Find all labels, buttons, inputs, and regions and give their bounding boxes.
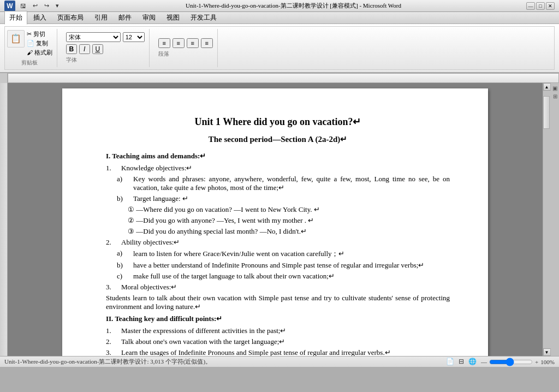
item-3-num: 3. xyxy=(106,283,121,292)
item-1: 1. Knowledge objectives:↵ xyxy=(106,164,450,173)
horizontal-ruler xyxy=(8,73,559,83)
s2-item-1-text: Master the expressions of different acti… xyxy=(121,326,286,335)
tab-pagelayout[interactable]: 页面布局 xyxy=(52,11,88,25)
document-area[interactable]: Unit 1 Where did you go on vacation?↵ Th… xyxy=(8,83,543,356)
item-3-text: Moral objectives:↵ xyxy=(121,283,177,292)
dialog-2: ② —Did you go with anyone? —Yes, I went … xyxy=(128,216,450,225)
align-right-button[interactable]: ≡ xyxy=(187,38,199,48)
item-1-num: 1. xyxy=(106,164,121,173)
word-icon: W xyxy=(4,1,15,11)
tab-mail[interactable]: 邮件 xyxy=(114,11,136,25)
zoom-range-input[interactable] xyxy=(489,358,533,366)
s2-item-3-text: Learn the usages of Indefinite Pronouns … xyxy=(121,348,450,356)
dialog-3-num: ③ xyxy=(128,227,134,235)
item-1b-text: Target language: ↵ xyxy=(133,194,188,203)
quick-dropdown[interactable]: ▾ xyxy=(54,2,61,10)
item-2-num: 2. xyxy=(106,238,121,247)
view-fullscreen-button[interactable]: ⊟ xyxy=(459,358,464,366)
dialog-2-text: —Did you go with anyone? —Yes, I went wi… xyxy=(136,216,314,224)
dialog-3: ③ —Did you do anything special last mont… xyxy=(128,227,450,236)
tab-review[interactable]: 审阅 xyxy=(138,11,160,25)
dialog-1-text: —Where did you go on vacation? —I went t… xyxy=(136,205,320,213)
document-paper: Unit 1 Where did you go on vacation?↵ Th… xyxy=(62,88,488,356)
s2-item-1: 1. Master the expressions of different a… xyxy=(106,326,450,335)
italic-button[interactable]: I xyxy=(79,44,90,54)
dialog-2-num: ② xyxy=(128,216,134,224)
item-1a: a) Key words and phrases: anyone, anywhe… xyxy=(117,175,450,192)
status-text: Unit-1-Where-did-you-go-on-vacation-第二课时… xyxy=(4,358,211,366)
dialog-3-text: —Did you do anything special last month?… xyxy=(136,227,307,235)
cut-button[interactable]: ✂ 剪切 xyxy=(27,30,52,38)
panel-icon-2[interactable]: ⊞ xyxy=(553,93,557,99)
item-2b-label: b) xyxy=(117,261,133,270)
align-center-button[interactable]: ≡ xyxy=(173,38,185,48)
justify-button[interactable]: ≡ xyxy=(201,38,213,48)
close-button[interactable]: ✕ xyxy=(546,2,555,10)
item-1a-label: a) xyxy=(117,175,133,192)
item-1a-text: Key words and phrases: anyone, anywhere,… xyxy=(133,175,450,192)
s2-item-2-num: 2. xyxy=(106,337,121,346)
tab-start[interactable]: 开始 xyxy=(4,11,27,25)
font-family-select[interactable]: 宋体 Times New Roman xyxy=(66,32,121,42)
tab-insert[interactable]: 插入 xyxy=(28,11,51,25)
title-bar-left: W 🖫 ↩ ↪ ▾ xyxy=(4,1,61,11)
view-web-button[interactable]: 🌐 xyxy=(468,358,477,366)
scroll-track[interactable] xyxy=(543,91,551,348)
s2-item-3-num: 3. xyxy=(106,348,121,356)
item-2c: c) make full use of the target language … xyxy=(117,272,450,281)
item-2a-label: a) xyxy=(117,249,133,259)
item-2a: a) learn to listen for where Grace/Kevin… xyxy=(117,249,450,259)
copy-button[interactable]: 📄 复制 xyxy=(27,39,52,47)
dialog-1: ① —Where did you go on vacation? —I went… xyxy=(128,205,450,214)
format-painter-button[interactable]: 🖌 格式刷 xyxy=(27,49,52,57)
quick-undo[interactable]: ↩ xyxy=(31,2,39,10)
ribbon-toolbar: 📋 ✂ 剪切 📄 复制 🖌 格式刷 剪贴板 宋体 Times New Roman… xyxy=(0,24,559,73)
doc-title: Unit 1 Where did you go on vacation?↵ xyxy=(106,116,450,128)
item-2: 2. Ability objectives:↵ xyxy=(106,238,450,247)
right-scrollbar[interactable]: ▲ ▼ xyxy=(543,83,550,356)
align-left-button[interactable]: ≡ xyxy=(158,38,170,48)
main-area: Unit 1 Where did you go on vacation?↵ Th… xyxy=(0,83,559,356)
item-1b: b) Target language: ↵ xyxy=(117,194,450,203)
dialog-1-num: ① xyxy=(128,205,134,213)
section2-header: II. Teaching key and difficult points:↵ xyxy=(106,314,450,323)
view-print-button[interactable]: 📄 xyxy=(446,358,454,366)
paste-button[interactable]: 📋 xyxy=(7,30,25,47)
panel-icon-1[interactable]: ▣ xyxy=(552,85,557,91)
tab-dev[interactable]: 开发工具 xyxy=(186,11,222,25)
scroll-thumb[interactable] xyxy=(543,96,550,129)
window-title: Unit-1-Where-did-you-go-on-vacation-第二课时… xyxy=(61,2,526,10)
quick-redo[interactable]: ↪ xyxy=(43,2,51,10)
moral-text: Students learn to talk about their own v… xyxy=(106,294,450,311)
item-2b-text: have a better understand of Indefinite P… xyxy=(133,261,450,270)
item-2-text: Ability objectives:↵ xyxy=(121,238,180,247)
s2-item-2-text: Talk about one's own vacation with the t… xyxy=(121,337,285,346)
ruler-corner xyxy=(0,73,8,83)
underline-button[interactable]: U xyxy=(92,44,103,54)
ribbon-menu: 开始 插入 页面布局 引用 邮件 审阅 视图 开发工具 xyxy=(0,12,559,24)
window-controls[interactable]: — □ ✕ xyxy=(526,2,555,10)
item-1b-label: b) xyxy=(117,194,133,203)
tab-view[interactable]: 视图 xyxy=(162,11,185,25)
restore-button[interactable]: □ xyxy=(536,2,545,10)
left-ruler xyxy=(0,83,8,356)
zoom-slider[interactable]: — + 100% xyxy=(481,358,555,366)
tab-references[interactable]: 引用 xyxy=(90,11,112,25)
section1-header: I. Teaching aims and demands:↵ xyxy=(106,152,450,161)
minimize-button[interactable]: — xyxy=(526,2,535,10)
item-3: 3. Moral objectives:↵ xyxy=(106,283,450,292)
scroll-up-button[interactable]: ▲ xyxy=(543,83,551,91)
ruler-area xyxy=(0,73,559,83)
scroll-down-button[interactable]: ▼ xyxy=(543,348,551,356)
bold-button[interactable]: B xyxy=(66,44,77,54)
svg-rect-0 xyxy=(8,74,558,83)
item-2c-text: make full use of the target language to … xyxy=(133,272,335,281)
font-size-select[interactable]: 12 14 xyxy=(123,32,145,42)
s2-item-3: 3. Learn the usages of Indefinite Pronou… xyxy=(106,348,450,356)
quick-save[interactable]: 🖫 xyxy=(19,2,28,10)
item-2b: b) have a better understand of Indefinit… xyxy=(117,261,450,270)
item-2c-label: c) xyxy=(117,272,133,281)
s2-item-1-num: 1. xyxy=(106,326,121,335)
s2-item-2: 2. Talk about one's own vacation with th… xyxy=(106,337,450,346)
item-2a-text: learn to listen for where Grace/Kevin/Ju… xyxy=(133,249,345,259)
